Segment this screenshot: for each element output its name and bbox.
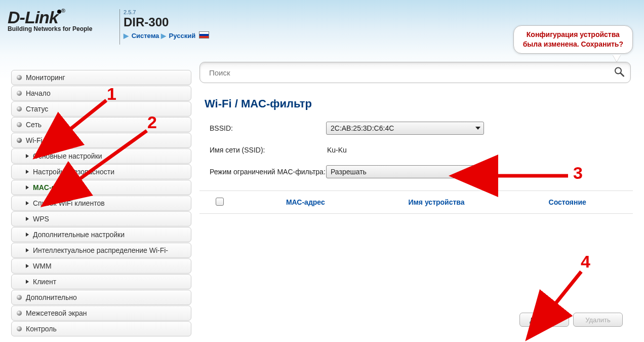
sidebar-item-11[interactable]: Интеллектуальное распределение Wi-Fi- bbox=[11, 243, 191, 258]
column-state[interactable]: Состояние bbox=[502, 198, 633, 206]
search-bar[interactable] bbox=[199, 62, 631, 83]
sidebar-item-14[interactable]: Дополнительно bbox=[11, 290, 191, 305]
bssid-select[interactable]: 2C:AB:25:3D:C6:4C bbox=[326, 122, 484, 135]
mac-mode-label: Режим ограничений MAC-фильтра: bbox=[210, 167, 326, 176]
sidebar-item-label: Начало bbox=[26, 89, 51, 97]
sidebar-item-label: Мониторинг bbox=[26, 73, 65, 82]
ssid-label: Имя сети (SSID): bbox=[210, 146, 326, 154]
chevron-right-icon bbox=[26, 248, 29, 252]
bullet-icon bbox=[17, 295, 22, 300]
chevron-right-icon bbox=[26, 264, 29, 268]
mac-table-header: МАС-адрес Имя устройства Состояние bbox=[199, 191, 633, 214]
chevron-right-icon: ▶ bbox=[124, 32, 129, 40]
bullet-icon bbox=[17, 75, 22, 80]
breadcrumb-system[interactable]: Система bbox=[132, 32, 159, 40]
main-content: Wi-Fi / MAC-фильтр BSSID: 2C:AB:25:3D:C6… bbox=[199, 56, 633, 337]
brand-tagline: Building Networks for People bbox=[8, 25, 109, 32]
sidebar-item-2[interactable]: Статус bbox=[11, 101, 191, 117]
ssid-value: Ku-Ku bbox=[326, 146, 347, 154]
bullet-icon bbox=[17, 91, 22, 96]
sidebar-item-9[interactable]: WPS bbox=[11, 211, 191, 226]
search-input[interactable] bbox=[208, 68, 608, 78]
device-model: DIR-300 bbox=[124, 15, 209, 29]
chevron-right-icon bbox=[26, 280, 29, 284]
sidebar-item-label: Контроль bbox=[26, 325, 57, 333]
chevron-right-icon bbox=[26, 170, 29, 174]
sidebar-item-label: Основные настройки bbox=[33, 152, 102, 160]
sidebar-item-label: Дополнительные настройки bbox=[33, 231, 125, 239]
delete-button: Удалить bbox=[573, 313, 623, 327]
sidebar-item-7[interactable]: MAC-фильтр bbox=[11, 180, 191, 195]
sidebar-item-4[interactable]: Wi-Fi bbox=[11, 133, 191, 148]
flag-ru-icon bbox=[199, 31, 209, 39]
sidebar-item-label: WMM bbox=[33, 262, 52, 270]
sidebar-item-1[interactable]: Начало bbox=[11, 86, 191, 101]
chevron-right-icon bbox=[26, 201, 29, 205]
sidebar-item-8[interactable]: Список WiFi клиентов bbox=[11, 196, 191, 211]
sidebar-item-label: Межсетевой экран bbox=[26, 309, 87, 317]
breadcrumb-language[interactable]: Русский bbox=[169, 32, 196, 40]
sidebar-item-0[interactable]: Мониторинг bbox=[11, 70, 191, 85]
sidebar-item-label: Wi-Fi bbox=[26, 136, 43, 144]
sidebar-item-10[interactable]: Дополнительные настройки bbox=[11, 227, 191, 242]
sidebar-item-13[interactable]: Клиент bbox=[11, 274, 191, 289]
bullet-icon bbox=[17, 138, 22, 143]
sidebar-item-16[interactable]: Контроль bbox=[11, 321, 191, 336]
column-mac[interactable]: МАС-адрес bbox=[240, 198, 371, 206]
page-title: Wi-Fi / MAC-фильтр bbox=[205, 97, 633, 110]
sidebar-item-label: WPS bbox=[33, 215, 49, 223]
sidebar-item-label: Клиент bbox=[33, 278, 56, 286]
bullet-icon bbox=[17, 326, 22, 331]
sidebar-item-label: MAC-фильтр bbox=[33, 183, 78, 192]
model-info: 2.5.7 DIR-300 ▶ Система ▶ Русский bbox=[119, 9, 209, 40]
bullet-icon bbox=[17, 106, 22, 111]
bullet-icon bbox=[17, 311, 22, 316]
bssid-label: BSSID: bbox=[210, 124, 326, 132]
sidebar-item-3[interactable]: Сеть bbox=[11, 117, 191, 132]
svg-line-1 bbox=[621, 73, 624, 77]
sidebar-item-label: Дополнительно bbox=[26, 293, 77, 301]
chevron-right-icon bbox=[26, 185, 29, 189]
mac-mode-select[interactable]: Разрешать bbox=[326, 165, 484, 178]
sidebar-item-label: Сеть bbox=[26, 121, 42, 129]
add-button[interactable]: Добавить bbox=[519, 313, 569, 327]
column-device[interactable]: Имя устройства bbox=[371, 198, 502, 206]
chevron-right-icon: ▶ bbox=[161, 32, 166, 40]
sidebar-item-12[interactable]: WMM bbox=[11, 258, 191, 274]
sidebar-item-6[interactable]: Настройки безопасности bbox=[11, 164, 191, 179]
sidebar-item-label: Настройки безопасности bbox=[33, 168, 114, 176]
logo-dot-icon bbox=[57, 10, 61, 14]
sidebar-item-label: Статус bbox=[26, 105, 48, 113]
sidebar-item-15[interactable]: Межсетевой экран bbox=[11, 306, 191, 321]
chevron-right-icon bbox=[26, 154, 29, 158]
bullet-icon bbox=[17, 122, 22, 127]
firmware-version: 2.5.7 bbox=[124, 9, 209, 15]
chevron-right-icon bbox=[26, 233, 29, 237]
sidebar-item-5[interactable]: Основные настройки bbox=[11, 148, 191, 164]
sidebar-item-label: Список WiFi клиентов bbox=[33, 199, 105, 207]
sidebar: МониторингНачалоСтатусСетьWi-FiОсновные … bbox=[11, 56, 191, 337]
brand-logo: D-Link® Building Networks for People bbox=[8, 8, 109, 32]
sidebar-item-label: Интеллектуальное распределение Wi-Fi- bbox=[33, 246, 168, 254]
chevron-down-icon bbox=[475, 170, 480, 173]
search-icon[interactable] bbox=[614, 67, 624, 79]
save-config-notification[interactable]: Конфигурация устройства была изменена. С… bbox=[513, 25, 633, 54]
select-all-checkbox[interactable] bbox=[216, 198, 224, 206]
chevron-down-icon bbox=[475, 127, 480, 130]
chevron-right-icon bbox=[26, 217, 29, 221]
